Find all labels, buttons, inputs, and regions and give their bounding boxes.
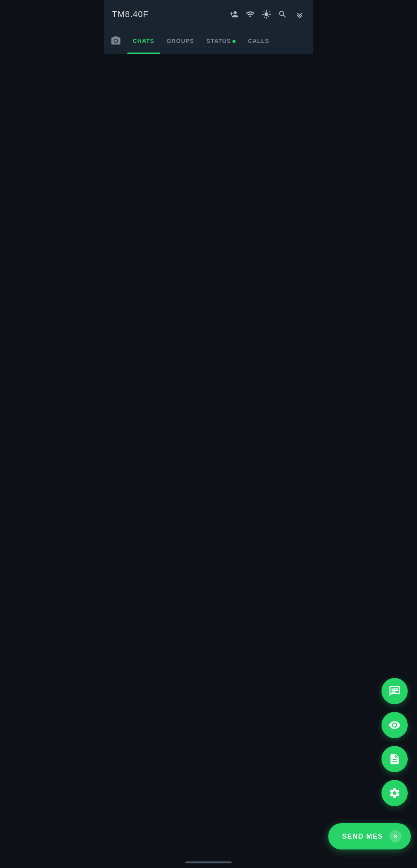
- status-bar-left: TM8.40F: [112, 9, 149, 19]
- wifi-icon: [246, 10, 255, 19]
- bottom-nav-indicator: [185, 861, 232, 863]
- add-contact-icon[interactable]: [229, 10, 239, 19]
- tab-chats[interactable]: CHATS: [127, 28, 160, 54]
- main-content: [104, 54, 313, 868]
- more-icon[interactable]: [294, 9, 305, 20]
- status-bar: TM8.40F: [104, 0, 313, 28]
- status-notification-dot: [232, 40, 236, 43]
- status-time: TM8.40F: [112, 9, 149, 19]
- tab-groups[interactable]: GROUPS: [161, 28, 200, 54]
- tabs: CHATS GROUPS STATUS CALLS: [127, 28, 307, 54]
- status-bar-icons: [229, 9, 305, 20]
- tab-bar: CHATS GROUPS STATUS CALLS: [104, 28, 313, 54]
- tab-calls[interactable]: CALLS: [242, 28, 275, 54]
- tab-status[interactable]: STATUS: [201, 28, 241, 54]
- camera-tab-icon[interactable]: [110, 36, 121, 46]
- brightness-icon: [262, 10, 271, 19]
- search-icon[interactable]: [278, 10, 287, 19]
